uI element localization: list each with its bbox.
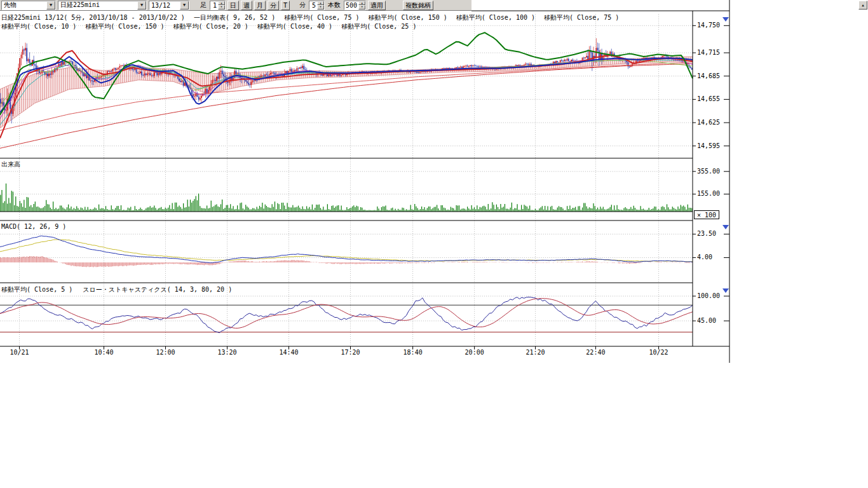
minute-unit-label: 分: [298, 1, 307, 10]
indicator-label-ma40: 移動平均( Close, 40 ): [257, 22, 332, 31]
macd-panel-label: MACD( 12, 26, 9 ): [1, 223, 66, 230]
period-day-button[interactable]: 日: [227, 1, 239, 10]
bar-interval-value: 1: [210, 2, 218, 9]
period-minute-button[interactable]: 分: [268, 1, 279, 10]
apply-button[interactable]: 適用: [368, 1, 386, 10]
contract-month-select[interactable]: 13/12 ▼: [149, 1, 189, 10]
indicator-label-ma150: 移動平均( Close, 150 ): [368, 13, 447, 22]
instrument-type-value: 先物: [4, 1, 17, 10]
volume-panel-label: 出来高: [1, 160, 20, 169]
bar-interval-input[interactable]: 1 ▲▼: [210, 1, 226, 10]
chevron-down-icon: [722, 288, 729, 293]
instrument-type-select[interactable]: 先物 ▼: [1, 1, 56, 10]
bar-count-value: 500: [344, 2, 358, 9]
chevron-down-icon[interactable]: ▼: [46, 1, 55, 10]
spinner[interactable]: ▲▼: [317, 1, 324, 10]
symbol-value: 日経225mini: [60, 1, 100, 10]
spin-down-icon[interactable]: ▼: [317, 5, 324, 10]
indicator-label-ma20: 移動平均( Close, 20 ): [173, 22, 248, 31]
up-arrow-icon: ▲: [862, 3, 864, 7]
volume-multiplier-label: × 100: [697, 212, 716, 219]
indicator-label-ma75b: 移動平均( Close, 75 ): [544, 13, 619, 22]
bar-count-label: 本数: [327, 1, 342, 10]
multi-symbol-button[interactable]: 複数銘柄: [403, 1, 433, 10]
bar-type-label: 足: [199, 1, 208, 10]
toolbar: 先物 ▼ 日経225mini ▼ 13/12 ▼ 足 1 ▲▼ 日 週 月 分 …: [0, 0, 471, 11]
chevron-down-icon: [722, 17, 729, 22]
stoch-panel-header: 移動平均( Close, 5 ) スロー・ストキャスティクス( 14, 3, 8…: [1, 285, 232, 294]
spin-down-icon[interactable]: ▼: [218, 5, 225, 10]
chevron-down-icon: [722, 225, 729, 229]
indicator-label-ma25: 移動平均( Close, 25 ): [341, 22, 416, 31]
indicator-label-ichimoku: 一目均衡表( 9, 26, 52 ): [194, 13, 275, 22]
spin-down-icon[interactable]: ▼: [358, 5, 365, 10]
minute-value: 5: [309, 2, 317, 9]
indicator-label-ma10: 移動平均( Close, 10 ): [1, 22, 76, 31]
spinner[interactable]: ▲▼: [358, 1, 365, 10]
price-panel-header-row2: 移動平均( Close, 10 ) 移動平均( Close, 150 ) 移動平…: [1, 22, 416, 31]
volume-multiplier-box: × 100: [694, 210, 719, 219]
minute-value-input[interactable]: 5 ▲▼: [309, 1, 325, 10]
scroll-up-button[interactable]: ▲: [858, 1, 867, 10]
indicator-label-ma100: 移動平均( Close, 100 ): [456, 13, 535, 22]
chart-title: 日経225mini 13/12( 5分, 2013/10/18 - 2013/1…: [1, 13, 185, 22]
period-tick-button[interactable]: T: [281, 1, 290, 10]
indicator-label-slow-stochastics: スロー・ストキャスティクス( 14, 3, 80, 20 ): [83, 285, 232, 294]
bar-count-input[interactable]: 500 ▲▼: [344, 1, 366, 10]
indicator-label-ma5: 移動平均( Close, 5 ): [1, 285, 72, 294]
spinner[interactable]: ▲▼: [218, 1, 225, 10]
stoch-panel-dropdown[interactable]: [721, 287, 730, 294]
chevron-down-icon[interactable]: ▼: [180, 1, 189, 10]
period-month-button[interactable]: 月: [254, 1, 266, 10]
indicator-label-ma75: 移動平均( Close, 75 ): [284, 13, 359, 22]
period-week-button[interactable]: 週: [241, 1, 252, 10]
price-panel-dropdown[interactable]: [721, 15, 730, 23]
macd-panel-dropdown[interactable]: [721, 223, 730, 231]
symbol-select[interactable]: 日経225mini ▼: [58, 1, 147, 10]
indicator-label-ma150b: 移動平均( Close, 150 ): [85, 22, 164, 31]
contract-month-value: 13/12: [151, 2, 170, 9]
price-panel-header-row1: 日経225mini 13/12( 5分, 2013/10/18 - 2013/1…: [1, 13, 619, 22]
chart-canvas[interactable]: [0, 0, 868, 365]
chevron-down-icon[interactable]: ▼: [137, 1, 146, 10]
